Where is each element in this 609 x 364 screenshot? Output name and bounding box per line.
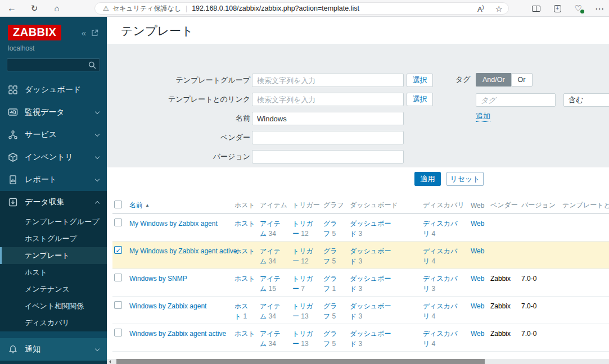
sidebar-item-templates[interactable]: テンプレート (0, 247, 107, 264)
hosts-link[interactable]: ホスト (234, 247, 255, 255)
template-name-link[interactable]: My Windows by Zabbix agent (129, 220, 218, 228)
dashboards-count: 3 (357, 312, 362, 320)
sidebar-search[interactable] (7, 58, 100, 71)
discovery-link[interactable]: ディスカバリ (423, 275, 457, 293)
discovery-link[interactable]: ディスカバリ (423, 247, 457, 265)
scrollbar-thumb[interactable] (116, 359, 485, 364)
vendor-cell: Zabbix (490, 269, 521, 296)
sort-ascending-icon: ▲ (145, 203, 150, 208)
discovery-link[interactable]: ディスカバリ (423, 330, 457, 348)
security-warning-icon[interactable]: ⚠ (103, 4, 109, 12)
sidebar-item-label: サービス (25, 130, 57, 140)
collections-icon[interactable]: + (554, 5, 561, 12)
bell-icon (8, 344, 18, 354)
collapse-sidebar-icon[interactable]: « (82, 29, 86, 37)
dashboards-link[interactable]: ダッシュボード (350, 220, 391, 238)
favorites-star-icon[interactable]: ☆ (495, 4, 503, 14)
search-icon (88, 61, 97, 70)
row-checkbox[interactable] (114, 329, 122, 336)
template-name-link[interactable]: Windows by Zabbix agent active (129, 330, 226, 338)
sidebar-item-maintenance[interactable]: メンテナンス (0, 281, 107, 298)
dashboards-link[interactable]: ダッシュボード (350, 330, 391, 348)
triggers-count: 7 (299, 285, 305, 293)
row-checkbox[interactable] (114, 274, 122, 281)
horizontal-scrollbar[interactable] (107, 359, 609, 364)
sidebar-item-label: レポート (25, 175, 57, 185)
web-link[interactable]: Web (471, 275, 484, 283)
template-name-link[interactable]: Windows by SNMP (129, 275, 187, 283)
hosts-link[interactable]: ホスト (234, 330, 255, 338)
template-group-select-button[interactable]: 選択 (407, 74, 433, 87)
sidebar-item-label: ダッシュボード (25, 85, 81, 95)
sidebar-item-data-collection[interactable]: データ収集 (0, 191, 107, 213)
sidebar-item-monitoring[interactable]: 監視データ (0, 101, 107, 124)
chevron-up-icon (95, 201, 100, 206)
row-checkbox[interactable] (114, 246, 122, 254)
dashboards-count: 3 (357, 285, 362, 293)
graphs-count: 1 (330, 285, 336, 293)
tag-name-input[interactable] (476, 93, 556, 107)
sidebar-item-host-groups[interactable]: ホストグループ (0, 230, 107, 247)
vendor-input[interactable] (252, 131, 404, 144)
sidebar-item-template-groups[interactable]: テンプレートグループ (0, 213, 107, 230)
url-text[interactable]: 192.168.0.108/zabbix/zabbix.php?action=t… (192, 4, 359, 12)
select-all-checkbox[interactable] (114, 201, 122, 208)
web-link[interactable]: Web (471, 330, 484, 338)
name-input[interactable] (252, 112, 404, 125)
tag-add-link[interactable]: 追加 (476, 111, 490, 122)
hosts-link[interactable]: ホスト (234, 275, 255, 283)
linked-templates-cell (562, 324, 609, 351)
sidebar-item-hosts[interactable]: ホスト (0, 264, 107, 281)
items-count: 34 (267, 312, 276, 320)
linked-templates-select-button[interactable]: 選択 (407, 93, 433, 106)
sort-by-name-header[interactable]: 名前 (129, 201, 143, 209)
tag-andor-button[interactable]: And/Or (476, 73, 511, 87)
discovery-link[interactable]: ディスカバリ (423, 220, 457, 238)
column-header-version: バージョン (521, 198, 562, 213)
template-name-link[interactable]: My Windows by Zabbix agent active (129, 247, 237, 255)
row-checkbox[interactable] (114, 301, 122, 309)
discovery-link[interactable]: ディスカバリ (423, 302, 457, 320)
tag-match-select[interactable]: 含む (563, 93, 609, 107)
dashboards-link[interactable]: ダッシュボード (350, 247, 391, 265)
refresh-icon[interactable]: ↻ (27, 1, 42, 16)
split-screen-icon[interactable] (532, 6, 540, 12)
hosts-link[interactable]: ホスト (234, 220, 255, 228)
sidebar-item-discovery[interactable]: ディスカバリ (0, 315, 107, 331)
home-icon[interactable]: ⌂ (49, 1, 64, 16)
linked-templates-cell (562, 296, 609, 324)
zabbix-logo[interactable]: ZABBIX (8, 25, 61, 40)
browser-essentials-icon[interactable]: ♡ (575, 3, 582, 13)
template-group-input[interactable] (252, 74, 404, 87)
sidebar-item-reports[interactable]: レポート (0, 169, 107, 191)
sidebar-search-input[interactable] (7, 59, 100, 71)
back-icon[interactable]: ← (4, 1, 19, 16)
scroll-left-arrow-icon[interactable] (109, 360, 111, 363)
filter-label-version: バージョン (107, 150, 250, 163)
more-options-icon[interactable]: ··· (596, 4, 605, 13)
row-checkbox[interactable] (114, 219, 122, 226)
address-bar[interactable]: ⚠ セキュリティ保護なし | 192.168.0.108/zabbix/zabb… (94, 2, 509, 15)
version-input[interactable] (252, 150, 404, 163)
web-link[interactable]: Web (471, 220, 484, 228)
read-aloud-icon[interactable]: A) (477, 4, 484, 13)
version-cell: 7.0-0 (521, 296, 562, 324)
hide-sidebar-icon[interactable] (91, 29, 99, 37)
sidebar-item-services[interactable]: サービス (0, 124, 107, 146)
sidebar-item-event-correlation[interactable]: イベント相関関係 (0, 298, 107, 315)
tag-or-button[interactable]: Or (511, 73, 533, 87)
triggers-count: 13 (299, 340, 309, 348)
sidebar-item-inventory[interactable]: インベントリ (0, 146, 107, 169)
sidebar-item-dashboard[interactable]: ダッシュボード (0, 79, 107, 101)
table-row: My Windows by Zabbix agent active ホスト アイ… (112, 241, 609, 269)
template-name-link[interactable]: Windows by Zabbix agent (129, 302, 206, 310)
dashboards-link[interactable]: ダッシュボード (350, 302, 391, 320)
apply-button[interactable]: 適用 (414, 172, 441, 186)
web-link[interactable]: Web (471, 302, 484, 310)
sidebar-item-notifications[interactable]: 通知 (0, 338, 107, 361)
dashboards-link[interactable]: ダッシュボード (350, 275, 391, 293)
reset-button[interactable]: リセット (446, 172, 484, 186)
web-link[interactable]: Web (471, 247, 484, 255)
linked-templates-input[interactable] (252, 93, 404, 106)
server-name: localhost (8, 44, 99, 52)
